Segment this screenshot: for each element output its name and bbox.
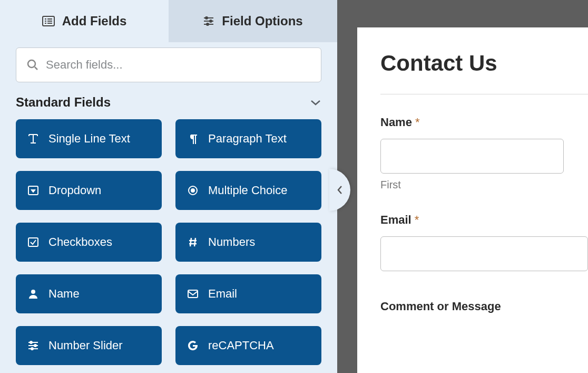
svg-point-28	[31, 290, 35, 294]
divider	[380, 94, 588, 94]
field-label: Single Line Text	[48, 132, 130, 146]
chevron-left-icon	[336, 184, 344, 196]
field-number-slider[interactable]: Number Slider	[16, 326, 162, 365]
name-label: Name *	[380, 116, 588, 129]
field-label: Email	[208, 287, 237, 301]
first-sublabel: First	[380, 179, 564, 191]
svg-point-35	[31, 348, 33, 350]
envelope-icon	[187, 288, 199, 300]
sidebar-collapse-handle[interactable]	[329, 169, 350, 211]
email-label: Email *	[380, 213, 588, 227]
field-recaptcha[interactable]: reCAPTCHA	[175, 326, 321, 365]
field-paragraph-text[interactable]: Paragraph Text	[175, 119, 321, 158]
field-label: Numbers	[208, 235, 255, 249]
field-checkboxes[interactable]: Checkboxes	[16, 223, 162, 262]
field-dropdown[interactable]: Dropdown	[16, 171, 162, 210]
svg-line-14	[35, 67, 37, 70]
svg-point-31	[30, 341, 32, 343]
sidebar-tabs: Add Fields Field Options	[0, 0, 337, 42]
sliders-icon	[203, 15, 214, 27]
form-preview: Contact Us Name * First L Email * Commen…	[357, 27, 588, 373]
field-numbers[interactable]: Numbers	[175, 223, 321, 262]
svg-line-26	[190, 238, 191, 246]
checkbox-icon	[27, 236, 39, 248]
field-email[interactable]: Email	[175, 274, 321, 313]
required-mark: *	[415, 213, 419, 226]
svg-line-27	[194, 238, 195, 246]
svg-rect-23	[28, 238, 38, 246]
form-title: Contact Us	[380, 51, 588, 76]
paragraph-icon	[187, 133, 199, 145]
section-header[interactable]: Standard Fields	[0, 92, 337, 119]
sliders-icon	[27, 340, 39, 351]
svg-rect-29	[188, 290, 198, 298]
svg-point-8	[205, 17, 208, 19]
required-mark: *	[415, 116, 420, 129]
email-input[interactable]	[380, 236, 588, 271]
field-label: Multiple Choice	[208, 184, 287, 197]
comment-label: Comment or Message	[380, 300, 588, 313]
dropdown-icon	[27, 185, 39, 196]
tab-field-options[interactable]: Field Options	[169, 0, 337, 42]
field-single-line-text[interactable]: Single Line Text	[16, 119, 162, 158]
field-label: Name	[48, 287, 80, 301]
search-box[interactable]	[16, 47, 321, 82]
name-input-row: First L	[380, 139, 588, 213]
svg-point-12	[207, 23, 209, 25]
field-multiple-choice[interactable]: Multiple Choice	[175, 171, 321, 210]
list-icon	[42, 16, 55, 26]
tab-field-options-label: Field Options	[222, 14, 302, 28]
field-label: reCAPTCHA	[208, 339, 274, 352]
field-name[interactable]: Name	[16, 274, 162, 313]
tab-add-fields-label: Add Fields	[62, 14, 127, 28]
field-label: Number Slider	[48, 339, 123, 352]
svg-point-13	[28, 60, 35, 68]
user-icon	[27, 288, 39, 300]
svg-point-10	[210, 20, 212, 22]
first-name-input[interactable]	[380, 139, 564, 174]
field-label: Checkboxes	[48, 235, 112, 249]
field-grid: Single Line Text Paragraph Text Dropdown…	[0, 119, 337, 365]
search-wrap	[0, 42, 337, 92]
field-label: Dropdown	[48, 184, 101, 197]
hash-icon	[187, 236, 199, 248]
fields-sidebar: Add Fields Field Options Standard Fields	[0, 0, 337, 373]
search-icon	[27, 59, 38, 71]
search-input[interactable]	[46, 58, 310, 72]
text-icon	[27, 133, 39, 145]
google-icon	[187, 340, 199, 351]
field-label: Paragraph Text	[208, 132, 287, 146]
section-title: Standard Fields	[16, 95, 111, 110]
svg-point-22	[191, 189, 194, 192]
tab-add-fields[interactable]: Add Fields	[0, 0, 169, 42]
chevron-down-icon	[310, 99, 321, 106]
radio-icon	[187, 185, 199, 196]
svg-point-33	[34, 345, 36, 347]
